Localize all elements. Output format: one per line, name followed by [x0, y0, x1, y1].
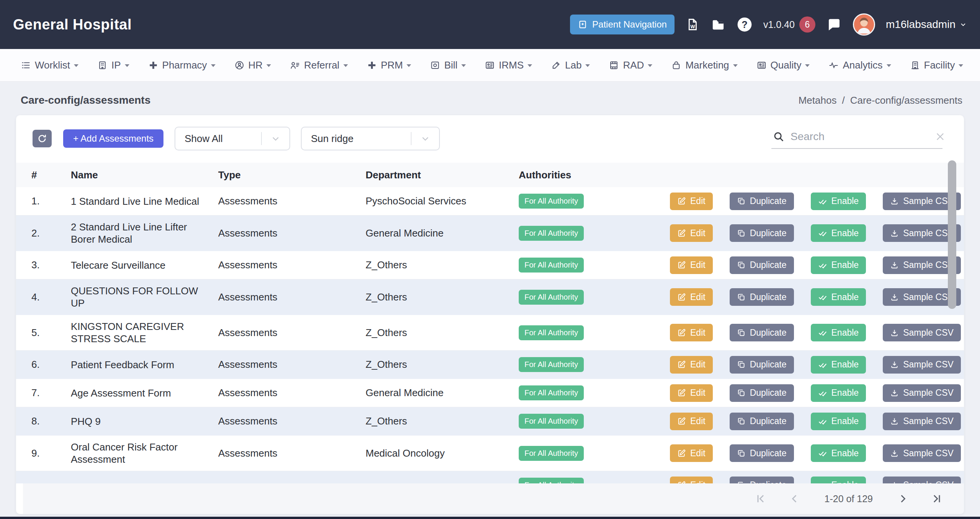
nav-item-rad[interactable]: RAD: [609, 59, 652, 71]
nav-item-prm[interactable]: PRM: [367, 59, 412, 71]
assessment-type: Assessments: [218, 415, 366, 427]
help-icon[interactable]: ?: [737, 16, 753, 33]
assessment-name: Patient Feedback Form: [71, 353, 218, 376]
word-document-icon[interactable]: W: [685, 17, 700, 32]
row-index: 8.: [16, 415, 71, 427]
enable-button[interactable]: Enable: [811, 193, 866, 210]
sample-csv-button[interactable]: Sample CSV: [883, 413, 961, 430]
folder-icon[interactable]: [710, 17, 726, 32]
previous-page-button[interactable]: [786, 493, 804, 505]
table-row: 8. PHQ 9 Assessments Z_Others For All Au…: [16, 407, 964, 436]
chevron-down-icon: [805, 64, 810, 67]
show-all-select[interactable]: Show All: [175, 127, 290, 150]
nav-item-worklist[interactable]: Worklist: [21, 59, 78, 71]
nav-item-bill[interactable]: Bill: [430, 59, 466, 71]
edit-button[interactable]: Edit: [670, 413, 713, 430]
duplicate-button[interactable]: Duplicate: [730, 288, 794, 306]
sample-csv-button[interactable]: Sample CSV: [883, 324, 961, 341]
table-row: For All Authority Edit Duplicate Enable …: [16, 471, 964, 483]
duplicate-button[interactable]: Duplicate: [730, 477, 794, 484]
top-bar: General Hospital Patient Navigation W ? …: [0, 0, 980, 49]
nav-item-facility[interactable]: Facility: [910, 59, 964, 71]
nav-item-irms[interactable]: IRMS: [485, 59, 532, 71]
assessment-type: Assessments: [218, 359, 366, 370]
refresh-button[interactable]: [33, 130, 52, 147]
svg-text:W: W: [690, 24, 695, 29]
sample-csv-button[interactable]: Sample CSV: [883, 356, 961, 374]
nav-item-ip[interactable]: IP: [97, 59, 129, 71]
duplicate-button[interactable]: Duplicate: [730, 324, 794, 341]
assessment-name: [71, 480, 218, 484]
enable-button[interactable]: Enable: [811, 477, 866, 484]
table-scrollbar[interactable]: [948, 160, 956, 309]
enable-button[interactable]: Enable: [811, 444, 866, 462]
enable-button[interactable]: Enable: [811, 288, 866, 306]
nav-item-quality[interactable]: Quality: [756, 59, 810, 71]
enable-button[interactable]: Enable: [811, 256, 866, 274]
film-icon: [609, 60, 619, 70]
duplicate-button[interactable]: Duplicate: [730, 224, 794, 242]
user-avatar[interactable]: [853, 13, 875, 36]
chevron-down-icon: [585, 64, 590, 67]
col-header-authorities: Authorities: [519, 169, 670, 181]
nav-item-referral[interactable]: Referral: [290, 59, 348, 71]
enable-button[interactable]: Enable: [811, 224, 866, 242]
edit-button[interactable]: Edit: [670, 477, 713, 484]
enable-button[interactable]: Enable: [811, 324, 866, 341]
chat-icon[interactable]: [826, 16, 842, 33]
duplicate-button[interactable]: Duplicate: [730, 413, 794, 430]
nav-item-hr[interactable]: HR: [234, 59, 271, 71]
chevron-down-icon: [528, 64, 532, 67]
chevron-down-icon: [648, 64, 652, 67]
building-icon: [97, 60, 108, 70]
duplicate-button[interactable]: Duplicate: [730, 384, 794, 402]
nav-item-pharmacy[interactable]: Pharmacy: [148, 59, 216, 71]
facility-building-icon: [910, 60, 920, 70]
next-page-button[interactable]: [893, 493, 912, 505]
edit-button[interactable]: Edit: [670, 356, 713, 374]
pulse-icon: [828, 60, 839, 70]
facility-select[interactable]: Sun ridge: [301, 127, 440, 150]
edit-button[interactable]: Edit: [670, 444, 713, 462]
assessment-name: 1 Standard Live Line Medical: [71, 190, 218, 213]
search-input[interactable]: [791, 131, 929, 143]
last-page-button[interactable]: [927, 493, 946, 505]
sample-csv-button[interactable]: Sample CSV: [883, 477, 961, 484]
nav-item-analytics[interactable]: Analytics: [828, 59, 891, 71]
edit-button[interactable]: Edit: [670, 288, 713, 306]
table-header: # Name Type Department Authorities: [16, 163, 964, 187]
edit-button[interactable]: Edit: [670, 193, 713, 210]
clear-search-icon[interactable]: [935, 131, 946, 142]
chevron-down-icon: [266, 64, 271, 67]
edit-button[interactable]: Edit: [670, 384, 713, 402]
sample-csv-button[interactable]: Sample CSV: [883, 384, 961, 402]
table-row: 6. Patient Feedback Form Assessments Z_O…: [16, 351, 964, 379]
people-list-icon: [290, 60, 300, 70]
list-icon: [21, 60, 31, 70]
duplicate-button[interactable]: Duplicate: [730, 193, 794, 210]
edit-button[interactable]: Edit: [670, 256, 713, 274]
notification-count-badge: 6: [799, 16, 815, 33]
enable-button[interactable]: Enable: [811, 413, 866, 430]
enable-button[interactable]: Enable: [811, 356, 866, 374]
first-page-button[interactable]: [752, 493, 770, 505]
duplicate-button[interactable]: Duplicate: [730, 356, 794, 374]
nav-item-marketing[interactable]: Marketing: [671, 59, 737, 71]
authority-badge: For All Authority: [519, 446, 584, 461]
col-header-type: Type: [218, 169, 366, 181]
pen-icon: [551, 60, 561, 70]
sample-csv-button[interactable]: Sample CSV: [883, 444, 961, 462]
duplicate-button[interactable]: Duplicate: [730, 256, 794, 274]
nav-item-lab[interactable]: Lab: [551, 59, 590, 71]
patient-navigation-button[interactable]: Patient Navigation: [570, 15, 675, 34]
add-assessments-button[interactable]: + Add Assessments: [63, 129, 163, 148]
breadcrumb-root[interactable]: Metahos: [799, 95, 837, 106]
duplicate-button[interactable]: Duplicate: [730, 444, 794, 462]
enable-button[interactable]: Enable: [811, 384, 866, 402]
pagination-range-label: 1-20 of 129: [825, 493, 873, 504]
assessment-department: Z_Others: [366, 415, 519, 427]
user-menu[interactable]: m16labsadmin: [886, 18, 967, 31]
assessment-department: Z_Others: [366, 359, 519, 370]
edit-button[interactable]: Edit: [670, 224, 713, 242]
edit-button[interactable]: Edit: [670, 324, 713, 341]
